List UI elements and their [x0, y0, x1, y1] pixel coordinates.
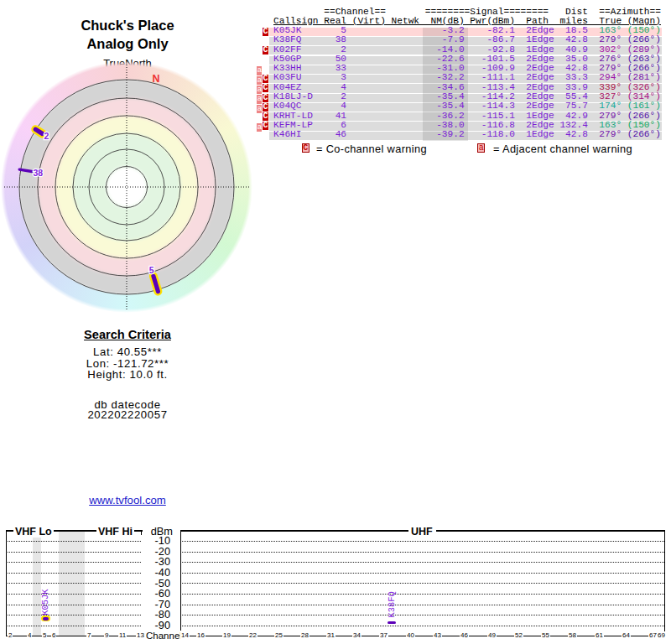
svg-text:5: 5 [149, 265, 154, 275]
svg-text:2: 2 [44, 131, 49, 141]
svg-text:K38FQ: K38FQ [387, 591, 397, 617]
svg-text:38: 38 [34, 168, 44, 178]
svg-text:K05JK: K05JK [40, 589, 50, 615]
svg-text:N: N [153, 73, 160, 85]
